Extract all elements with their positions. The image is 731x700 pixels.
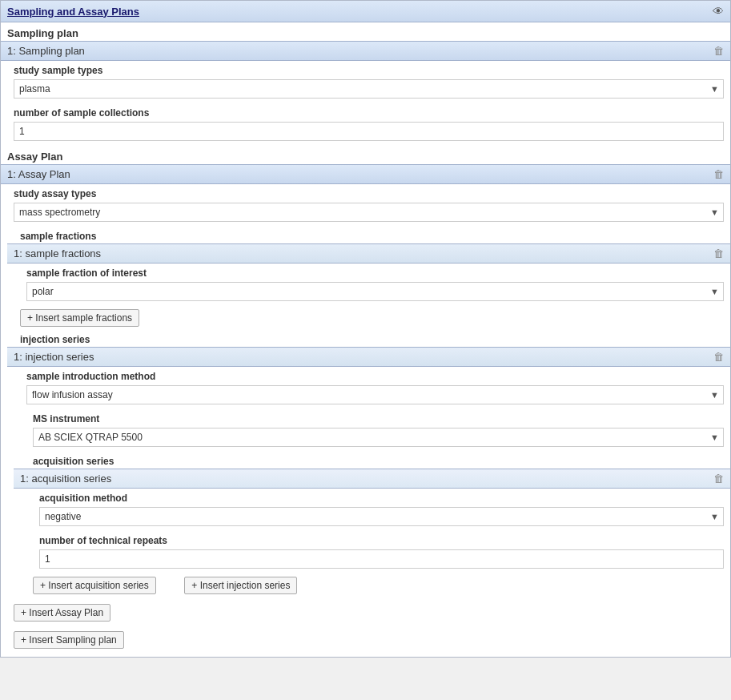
sampling-plan-header-title: 1: Sampling plan (7, 45, 85, 57)
panel-title: Sampling and Assay Plans (7, 6, 139, 18)
sampling-plan-section-label: Sampling plan (1, 22, 730, 41)
injection-series-header: 1: injection series 🗑 (7, 347, 730, 367)
study-assay-types-label: study assay types (1, 184, 730, 201)
panel-header: Sampling and Assay Plans 👁 (1, 1, 730, 22)
sample-fraction-of-interest-select[interactable]: polar nonpolar total (26, 282, 724, 301)
num-technical-repeats-label: number of technical repeats (1, 531, 730, 548)
sample-fractions-delete-icon[interactable]: 🗑 (713, 247, 724, 259)
acquisition-series-label: acquisition series (1, 452, 730, 469)
sample-fractions-label: sample fractions (1, 227, 730, 243)
assay-plan-header: 1: Assay Plan 🗑 (1, 164, 730, 184)
num-technical-repeats-input[interactable] (39, 549, 724, 569)
eye-icon[interactable]: 👁 (713, 5, 724, 18)
insert-assay-plan-button[interactable]: + Insert Assay Plan (14, 604, 110, 622)
study-assay-types-select[interactable]: mass spectrometry NMR spectroscopy (14, 203, 724, 222)
study-assay-types-wrapper: mass spectrometry NMR spectroscopy ▼ (14, 203, 724, 222)
assay-plan-delete-icon[interactable]: 🗑 (713, 168, 724, 180)
acquisition-series-header-title: 1: acquisition series (20, 473, 111, 485)
study-sample-types-label: study sample types (1, 61, 730, 78)
insert-injection-series-button[interactable]: + Insert injection series (184, 577, 297, 594)
sampling-plan-header: 1: Sampling plan 🗑 (1, 41, 730, 61)
sample-introduction-method-select[interactable]: flow infusion assay liquid chromatograph… (26, 385, 724, 404)
insert-acquisition-series-button[interactable]: + Insert acquisition series (33, 577, 156, 594)
acquisition-method-wrapper: negative positive alternating ▼ (39, 507, 724, 526)
sample-fractions-header: 1: sample fractions 🗑 (7, 243, 730, 264)
insert-sampling-plan-button[interactable]: + Insert Sampling plan (14, 631, 124, 649)
ms-instrument-label: MS instrument (1, 409, 730, 426)
study-sample-types-select[interactable]: plasma blood urine serum (14, 79, 724, 99)
sample-fraction-of-interest-wrapper: polar nonpolar total ▼ (26, 282, 724, 301)
sample-introduction-method-label: sample introduction method (1, 367, 730, 384)
sampling-plan-delete-icon[interactable]: 🗑 (713, 45, 724, 57)
assay-plan-header-title: 1: Assay Plan (7, 168, 70, 180)
acquisition-method-label: acquisition method (1, 489, 730, 505)
sample-fractions-header-title: 1: sample fractions (14, 247, 101, 259)
assay-plan-section-label: Assay Plan (1, 146, 730, 164)
insert-sample-fractions-button[interactable]: + Insert sample fractions (20, 309, 139, 327)
sample-fraction-of-interest-label: sample fraction of interest (1, 264, 730, 280)
ms-instrument-select[interactable]: AB SCIEX QTRAP 5500 Agilent 6530 Waters … (33, 428, 724, 447)
num-sample-collections-label: number of sample collections (1, 103, 730, 120)
acquisition-series-delete-icon[interactable]: 🗑 (713, 473, 724, 485)
acquisition-method-select[interactable]: negative positive alternating (39, 507, 724, 526)
main-panel: Sampling and Assay Plans 👁 Sampling plan… (0, 0, 731, 658)
study-sample-types-wrapper: plasma blood urine serum ▼ (14, 79, 724, 99)
ms-instrument-wrapper: AB SCIEX QTRAP 5500 Agilent 6530 Waters … (33, 428, 724, 447)
injection-series-label: injection series (1, 330, 730, 347)
acquisition-series-header: 1: acquisition series 🗑 (14, 469, 730, 489)
sample-introduction-method-wrapper: flow infusion assay liquid chromatograph… (26, 385, 724, 404)
injection-series-header-title: 1: injection series (14, 351, 94, 363)
num-sample-collections-input[interactable] (14, 122, 724, 141)
injection-series-delete-icon[interactable]: 🗑 (713, 351, 724, 363)
